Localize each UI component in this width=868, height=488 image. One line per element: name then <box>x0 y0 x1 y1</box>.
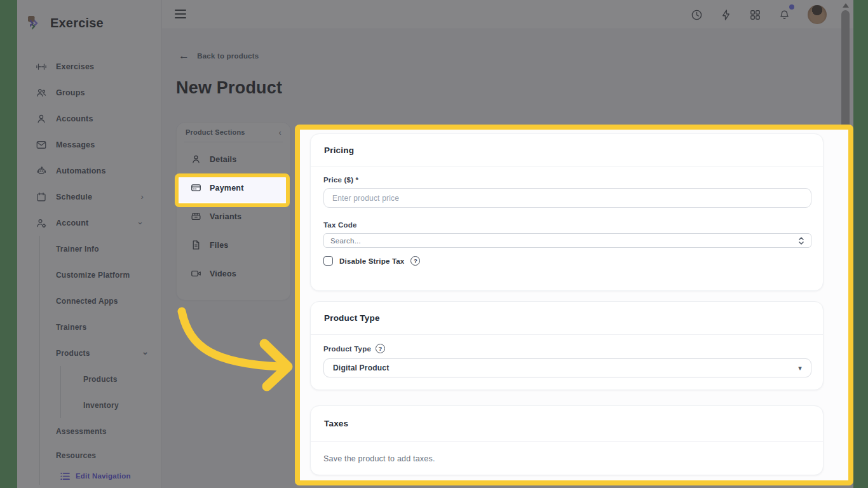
section-item-label: Details <box>210 155 236 164</box>
mail-icon <box>36 139 47 151</box>
box-icon <box>191 211 201 222</box>
notification-dot <box>789 4 794 10</box>
product-type-label-text: Product Type <box>323 345 371 353</box>
sidebar-item-customize-platform[interactable]: Customize Platform <box>40 262 162 288</box>
payment-form-region: Pricing Price ($) * Tax Code Search... D… <box>300 130 848 480</box>
robot-icon <box>36 165 47 177</box>
sidebar-item-label: Groups <box>56 88 85 97</box>
history-clock-icon[interactable] <box>691 9 703 21</box>
sidebar-item-schedule[interactable]: Schedule › <box>17 184 161 210</box>
user-gear-icon <box>36 217 47 229</box>
chevron-down-icon: ⌄ <box>142 348 149 356</box>
back-to-products-link[interactable]: ← Back to products <box>179 50 259 61</box>
sidebar-item-label: Exercises <box>56 62 94 71</box>
frame-edge-left <box>0 0 17 488</box>
sidebar-item-label: Accounts <box>56 114 93 123</box>
topbar <box>162 0 853 29</box>
sidebar-item-label: Automations <box>56 166 106 175</box>
collapse-panel-icon[interactable]: ‹ <box>278 128 281 137</box>
sidebar-item-label: Messages <box>56 140 95 149</box>
product-type-value: Digital Product <box>333 363 389 372</box>
sub-item-label: Products <box>56 349 90 358</box>
price-input[interactable] <box>323 188 811 208</box>
credit-card-icon <box>191 182 201 193</box>
caret-down-icon: ▾ <box>798 365 802 372</box>
taxes-message: Save the product to add taxes. <box>323 451 810 463</box>
disable-stripe-tax-label: Disable Stripe Tax <box>339 257 404 265</box>
scrollbar-down-arrow[interactable] <box>843 481 849 485</box>
sidebar-nav: Exercises Groups Accounts Messages <box>17 53 161 236</box>
panel-title: Product Sections <box>186 128 245 136</box>
disable-stripe-tax-checkbox[interactable] <box>323 256 333 266</box>
section-item-details[interactable]: Details <box>177 145 290 173</box>
pricing-card: Pricing Price ($) * Tax Code Search... D… <box>310 133 824 291</box>
file-icon <box>191 240 201 250</box>
sidebar-item-products[interactable]: Products ⌄ <box>40 340 162 366</box>
notifications-bell-icon[interactable] <box>778 9 790 21</box>
sub-item-label: Customize Platform <box>56 271 130 280</box>
user-avatar[interactable] <box>808 5 827 24</box>
bolt-icon[interactable] <box>720 9 732 21</box>
product-type-card-title: Product Type <box>324 313 380 323</box>
help-icon[interactable]: ? <box>376 344 385 353</box>
edit-navigation-label: Edit Navigation <box>76 472 131 480</box>
sidebar-item-connected-apps[interactable]: Connected Apps <box>40 288 162 314</box>
pricing-card-title: Pricing <box>324 146 354 155</box>
sub-item-label: Inventory <box>83 401 119 410</box>
sidebar-item-groups[interactable]: Groups <box>17 79 161 105</box>
sidebar-item-label: Account <box>56 219 88 227</box>
tax-code-select[interactable]: Search... <box>323 233 811 248</box>
section-item-payment[interactable]: Payment <box>177 173 290 202</box>
section-item-label: Payment <box>210 184 244 193</box>
sub-item-label: Resources <box>56 451 96 460</box>
taxes-card: Taxes Save the product to add taxes. <box>310 405 824 475</box>
list-icon <box>60 472 70 480</box>
sidebar-item-products-products[interactable]: Products <box>61 366 162 392</box>
edit-navigation-link[interactable]: Edit Navigation <box>40 467 162 485</box>
brand-logo[interactable]: Exercise <box>27 15 104 31</box>
sidebar-item-trainer-info[interactable]: Trainer Info <box>40 236 162 262</box>
sub-item-label: Assessments <box>56 427 107 436</box>
frame-edge-right <box>853 0 868 488</box>
brand-logo-icon <box>27 15 43 31</box>
sidebar: Exercise Exercises Groups Accounts <box>17 0 162 488</box>
taxes-card-title: Taxes <box>324 419 348 428</box>
help-icon[interactable]: ? <box>410 256 420 266</box>
section-item-label: Videos <box>210 269 236 278</box>
sidebar-item-accounts[interactable]: Accounts <box>17 105 161 132</box>
section-item-files[interactable]: Files <box>177 231 290 259</box>
calendar-icon <box>36 191 47 203</box>
users-icon <box>36 87 47 98</box>
product-type-select[interactable]: Digital Product ▾ <box>323 358 811 377</box>
product-type-card: Product Type Product Type ? Digital Prod… <box>310 301 824 390</box>
sidebar-item-assessments[interactable]: Assessments <box>40 418 162 444</box>
back-arrow-icon: ← <box>179 50 189 61</box>
section-item-videos[interactable]: Videos <box>177 259 290 288</box>
sidebar-item-label: Schedule <box>56 193 92 201</box>
sidebar-item-account[interactable]: Account ⌄ <box>17 210 161 236</box>
products-submenu: Products Inventory <box>60 366 162 418</box>
sub-item-label: Trainers <box>56 323 86 332</box>
topbar-actions <box>691 0 827 29</box>
apps-grid-icon[interactable] <box>749 9 761 21</box>
sidebar-item-products-inventory[interactable]: Inventory <box>61 392 162 418</box>
updown-chevron-icon <box>798 236 804 245</box>
tax-code-label: Tax Code <box>323 221 810 229</box>
sidebar-item-resources[interactable]: Resources <box>40 444 162 467</box>
product-sections-panel: Product Sections ‹ Details Payment <box>176 122 291 301</box>
sidebar-item-automations[interactable]: Automations <box>17 158 161 184</box>
scrollbar-up-arrow[interactable] <box>843 3 849 8</box>
sidebar-item-trainers[interactable]: Trainers <box>40 314 162 340</box>
chevron-down-icon: ⌄ <box>137 217 144 226</box>
video-icon <box>191 268 201 279</box>
price-label: Price ($) * <box>323 176 810 184</box>
sub-item-label: Products <box>83 375 118 384</box>
chevron-right-icon: › <box>140 193 144 201</box>
hamburger-menu-button[interactable] <box>175 10 186 18</box>
tax-code-placeholder: Search... <box>330 237 361 245</box>
sidebar-item-exercises[interactable]: Exercises <box>17 53 161 79</box>
user-icon <box>191 154 201 165</box>
brand-name: Exercise <box>50 16 104 30</box>
sidebar-item-messages[interactable]: Messages <box>17 132 161 158</box>
section-item-variants[interactable]: Variants <box>177 202 290 231</box>
